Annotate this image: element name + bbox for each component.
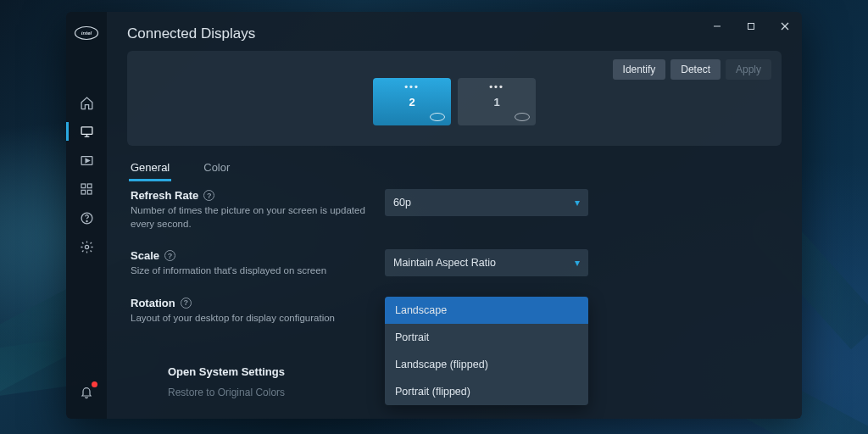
restore-colors-link[interactable]: Restore to Original Colors	[168, 387, 285, 398]
rotation-dropdown[interactable]: Landscape Portrait Landscape (flipped) P…	[385, 297, 588, 405]
display-tile-1[interactable]: ••• 1	[458, 78, 536, 125]
rotation-desc: Layout of your desktop for display confi…	[131, 312, 375, 326]
notifications-button[interactable]	[66, 378, 107, 407]
help-icon	[80, 211, 94, 225]
intel-logo: intel	[74, 20, 99, 46]
refresh-select[interactable]: 60p ▾	[385, 189, 588, 216]
help-icon[interactable]: ?	[203, 190, 214, 201]
video-icon	[80, 153, 94, 168]
sidebar-item-video[interactable]	[66, 146, 107, 175]
intel-badge-icon	[514, 112, 531, 122]
footer-links: Open System Settings Restore to Original…	[168, 365, 285, 398]
svg-rect-11	[81, 184, 86, 188]
refresh-value: 60p	[393, 197, 411, 209]
display-id: 1	[493, 96, 499, 108]
help-icon[interactable]: ?	[181, 298, 192, 309]
notification-dot	[92, 381, 97, 387]
apply-button[interactable]: Apply	[726, 59, 771, 80]
svg-point-19	[515, 114, 530, 121]
svg-point-17	[85, 245, 88, 248]
chevron-down-icon: ▾	[575, 257, 580, 269]
scale-select[interactable]: Maintain Aspect Ratio ▾	[385, 249, 588, 276]
display-tile-2[interactable]: ••• 2	[373, 78, 451, 125]
svg-rect-12	[87, 184, 92, 188]
setting-row-refresh: Refresh Rate? Number of times the pictur…	[131, 189, 778, 231]
main-content: Connected Displays Identify Detect Apply…	[107, 12, 802, 419]
refresh-label: Refresh Rate	[131, 189, 198, 202]
chevron-down-icon: ▾	[575, 197, 580, 209]
monitor-icon	[80, 125, 94, 139]
more-icon[interactable]: •••	[489, 81, 504, 92]
intel-badge-icon	[429, 112, 446, 122]
page-title: Connected Displays	[127, 25, 782, 42]
help-icon[interactable]: ?	[164, 250, 175, 261]
identify-button[interactable]: Identify	[613, 59, 666, 80]
svg-rect-13	[81, 190, 86, 194]
sidebar-item-apps[interactable]	[66, 175, 107, 203]
svg-rect-6	[81, 126, 92, 134]
sidebar-item-settings[interactable]	[66, 232, 107, 261]
sidebar-item-display[interactable]	[66, 117, 107, 146]
rotation-option-portrait-flipped[interactable]: Portrait (flipped)	[385, 378, 588, 405]
displays-panel: Identify Detect Apply ••• 2 ••• 1	[127, 51, 782, 146]
tab-general[interactable]: General	[131, 154, 170, 181]
svg-rect-14	[87, 190, 92, 194]
sidebar-item-home[interactable]	[66, 88, 107, 117]
scale-label: Scale	[131, 249, 159, 262]
setting-row-scale: Scale? Size of information that's displa…	[131, 249, 778, 278]
rotation-option-landscape-flipped[interactable]: Landscape (flipped)	[385, 351, 588, 378]
open-system-settings-link[interactable]: Open System Settings	[168, 365, 285, 378]
rotation-option-portrait[interactable]: Portrait	[385, 324, 588, 351]
svg-text:intel: intel	[81, 31, 92, 36]
display-id: 2	[409, 96, 415, 108]
scale-value: Maintain Aspect Ratio	[393, 257, 496, 269]
scale-desc: Size of information that's displayed on …	[131, 264, 375, 278]
svg-marker-10	[86, 159, 89, 162]
home-icon	[80, 96, 94, 110]
sidebar-item-help[interactable]	[66, 203, 107, 232]
sidebar: intel	[66, 12, 107, 419]
svg-point-18	[431, 114, 445, 121]
refresh-desc: Number of times the picture on your scre…	[131, 204, 375, 231]
detect-button[interactable]: Detect	[670, 59, 721, 80]
grid-icon	[80, 182, 93, 196]
svg-point-16	[86, 220, 86, 221]
rotation-label: Rotation	[131, 297, 175, 309]
rotation-option-landscape[interactable]: Landscape	[385, 297, 588, 324]
tabs: General Color	[127, 154, 782, 181]
more-icon[interactable]: •••	[404, 81, 420, 92]
app-window: intel Connected Displays Identify Detect…	[66, 12, 802, 419]
bell-icon	[80, 386, 93, 399]
tab-color[interactable]: Color	[203, 154, 230, 181]
gear-icon	[80, 240, 94, 254]
